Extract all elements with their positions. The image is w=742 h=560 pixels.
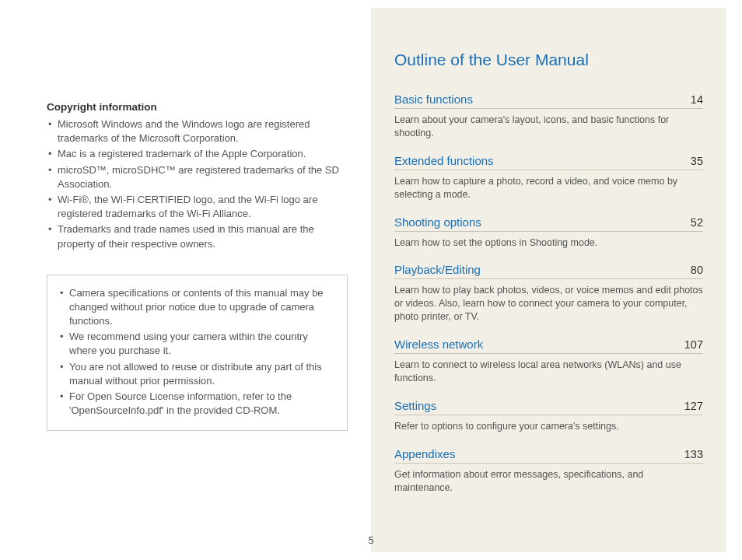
manual-page: Copyright information Microsoft Windows … bbox=[0, 0, 742, 560]
outline-name: Playback/Editing bbox=[394, 263, 481, 276]
list-item: Trademarks and trade names used in this … bbox=[47, 222, 348, 250]
outline-page: 127 bbox=[684, 400, 703, 412]
outline-name: Shooting options bbox=[394, 215, 481, 229]
outline-desc: Refer to options to configure your camer… bbox=[394, 420, 703, 433]
outline-row: Extended functions 35 bbox=[394, 154, 703, 170]
outline-title: Outline of the User Manual bbox=[394, 51, 703, 69]
outline-row: Wireless network 107 bbox=[394, 338, 703, 354]
outline-item-shooting-options: Shooting options 52 Learn how to set the… bbox=[394, 215, 703, 250]
outline-name: Wireless network bbox=[394, 338, 483, 351]
right-column: Outline of the User Manual Basic functio… bbox=[371, 8, 726, 552]
outline-item-extended-functions: Extended functions 35 Learn how to captu… bbox=[394, 154, 703, 201]
list-item: Wi-Fi®, the Wi-Fi CERTIFIED logo, and th… bbox=[47, 193, 348, 221]
outline-page: 52 bbox=[691, 216, 703, 229]
outline-name: Extended functions bbox=[394, 154, 494, 167]
outline-page: 14 bbox=[691, 93, 703, 106]
outline-desc: Learn how to capture a photo, record a v… bbox=[394, 175, 703, 201]
note-box: Camera specifications or contents of thi… bbox=[47, 275, 348, 432]
outline-row: Shooting options 52 bbox=[394, 215, 703, 232]
outline-page: 35 bbox=[691, 155, 703, 167]
outline-item-wireless-network: Wireless network 107 Learn to connect to… bbox=[394, 338, 703, 385]
list-item: You are not allowed to reuse or distribu… bbox=[58, 360, 333, 388]
outline-desc: Learn how to play back photos, videos, o… bbox=[394, 284, 703, 324]
outline-desc: Learn about your camera's layout, icons,… bbox=[394, 114, 703, 140]
outline-row: Playback/Editing 80 bbox=[394, 263, 703, 279]
outline-row: Appendixes 133 bbox=[394, 447, 703, 464]
copyright-list: Microsoft Windows and the Windows logo a… bbox=[47, 117, 348, 251]
note-list: Camera specifications or contents of thi… bbox=[58, 286, 333, 418]
outline-row: Basic functions 14 bbox=[394, 93, 703, 109]
outline-item-appendixes: Appendixes 133 Get information about err… bbox=[394, 447, 703, 495]
page-number: 5 bbox=[0, 535, 742, 546]
outline-name: Appendixes bbox=[394, 447, 455, 460]
outline-item-basic-functions: Basic functions 14 Learn about your came… bbox=[394, 93, 703, 140]
outline-desc: Learn how to set the options in Shooting… bbox=[394, 236, 703, 250]
list-item: Microsoft Windows and the Windows logo a… bbox=[47, 117, 348, 145]
copyright-heading: Copyright information bbox=[47, 101, 348, 113]
outline-page: 133 bbox=[684, 448, 703, 460]
list-item: Mac is a registered trademark of the App… bbox=[47, 147, 348, 161]
outline-name: Basic functions bbox=[394, 93, 473, 106]
list-item: microSD™, microSDHC™ are registered trad… bbox=[47, 163, 348, 191]
outline-row: Settings 127 bbox=[394, 399, 703, 415]
outline-item-settings: Settings 127 Refer to options to configu… bbox=[394, 399, 703, 433]
list-item: We recommend using your camera within th… bbox=[58, 330, 333, 358]
list-item: Camera specifications or contents of thi… bbox=[58, 286, 333, 329]
outline-name: Settings bbox=[394, 399, 436, 412]
outline-desc: Get information about error messages, sp… bbox=[394, 468, 703, 495]
left-column: Copyright information Microsoft Windows … bbox=[0, 0, 371, 560]
list-item: For Open Source License information, ref… bbox=[58, 390, 333, 418]
outline-desc: Learn to connect to wireless local area … bbox=[394, 359, 703, 385]
outline-page: 107 bbox=[684, 338, 703, 351]
outline-page: 80 bbox=[691, 264, 703, 276]
outline-item-playback-editing: Playback/Editing 80 Learn how to play ba… bbox=[394, 263, 703, 324]
